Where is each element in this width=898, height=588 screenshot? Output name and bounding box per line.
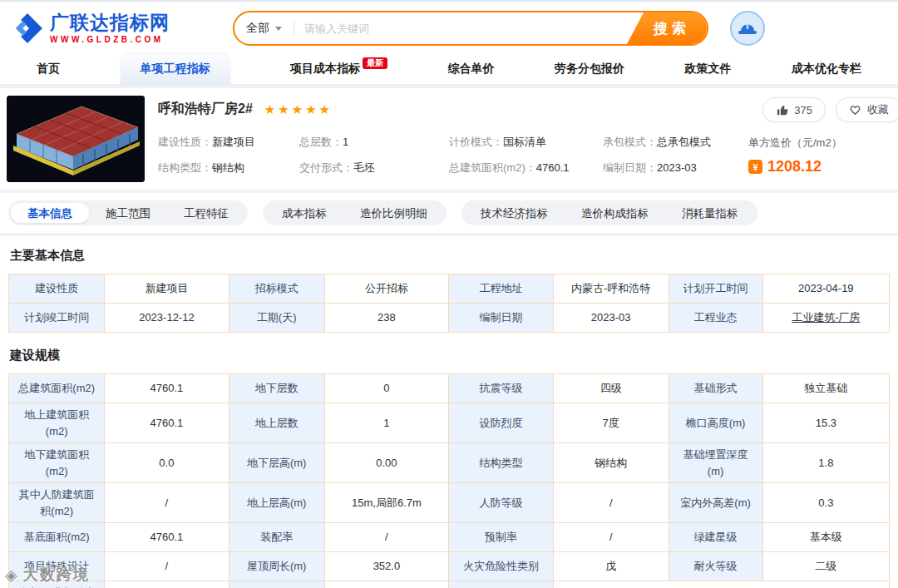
field-value: 4760.1 <box>105 523 229 551</box>
site-logo[interactable]: 广联达指标网 WWW.GLDZB.COM <box>12 12 210 44</box>
field-value: 352.0 <box>325 552 449 581</box>
construction-scale-table: 总建筑面积(m2)4760.1地下层数0抗震等级四级基础形式独立基础地上建筑面积… <box>8 373 890 588</box>
field-label: 总建筑面积(m2) <box>9 374 105 403</box>
field-label: 室内外高差(m) <box>669 483 763 522</box>
info-label: 总层数： <box>299 136 343 148</box>
field-value: 公开招标 <box>325 274 449 303</box>
field-label: 编制日期 <box>449 304 554 332</box>
tab[interactable]: 工程特征 <box>167 203 245 223</box>
tabs-row: 基本信息施工范围工程特征成本指标造价比例明细技术经济指标造价构成指标消耗量指标 <box>0 193 898 233</box>
field-value: / <box>554 523 669 551</box>
nav-item[interactable]: 单项工程指标 <box>121 54 230 84</box>
project-summary-card: 呼和浩特厂房2# ★★★★★ 建设性质：新建项目总层数：1计价模式：国标清单承包… <box>0 88 898 190</box>
field-label: 地上建筑面积(m2) <box>9 403 105 442</box>
field-value: 0.0 <box>105 443 229 482</box>
table-row: 地上建筑面积(m2)4760.1地上层数1设防烈度7度檐口高度(m)15.3 <box>9 403 889 443</box>
field-label: 屋顶周长(m) <box>229 552 325 581</box>
nav-item[interactable]: 劳务分包报价 <box>555 54 624 84</box>
search-bar: 全部 搜索 <box>233 11 708 46</box>
field-value: 独立基础 <box>763 374 889 403</box>
section-title-basic-info: 主要基本信息 <box>10 248 890 264</box>
info-value: 2023-03 <box>657 161 697 174</box>
favorite-button[interactable]: 收藏 <box>836 97 898 122</box>
field-label: 其中人防建筑面积(m2) <box>9 483 105 522</box>
project-info-item: 交付形式：毛坯 <box>299 161 449 175</box>
field-value: 0 <box>325 374 449 403</box>
field-label: 绿建星级 <box>669 523 763 551</box>
nav-item[interactable]: 项目成本指标最新 <box>290 54 387 84</box>
search-input[interactable] <box>294 22 625 35</box>
info-label: 建设性质： <box>158 136 212 148</box>
helmet-icon <box>738 19 757 37</box>
favorite-label: 收藏 <box>867 102 889 117</box>
user-avatar[interactable] <box>730 11 765 46</box>
field-value: 2023-04-19 <box>763 274 889 303</box>
project-info-item: 建设性质：新建项目 <box>158 135 299 150</box>
field-value: 四级 <box>554 374 669 403</box>
field-label: 地上层高(m) <box>229 483 325 522</box>
nav-item[interactable]: 首页 <box>37 54 60 84</box>
currency-icon: ¥ <box>748 160 762 174</box>
field-value: 2023-12-12 <box>105 304 229 332</box>
logo-title: 广联达指标网 <box>50 12 170 33</box>
search-button[interactable]: 搜索 <box>627 12 707 44</box>
field-value: 0.00 <box>325 443 449 482</box>
field-label: 檐口高度(m) <box>669 403 763 442</box>
like-button[interactable]: 375 <box>762 97 826 122</box>
field-value: 4760.1 <box>105 374 229 403</box>
info-value: 毛坯 <box>353 161 375 174</box>
tab[interactable]: 技术经济指标 <box>464 203 565 223</box>
thumbs-up-icon <box>776 104 788 116</box>
tab[interactable]: 基本信息 <box>11 203 89 223</box>
field-label: 地下层数 <box>229 374 325 403</box>
tab[interactable]: 造价比例明细 <box>343 203 444 223</box>
field-label: 项目特殊设计 <box>9 552 105 581</box>
detail-content: 主要基本信息 建设性质新建项目招标模式公开招标工程地址内蒙古-呼和浩特计划开工时… <box>0 236 898 588</box>
chevron-down-icon <box>275 27 282 31</box>
table-row: 建设性质新建项目招标模式公开招标工程地址内蒙古-呼和浩特计划开工时间2023-0… <box>9 274 889 304</box>
nav-item-label: 劳务分包报价 <box>555 62 624 77</box>
field-label: 耐火等级 <box>669 552 763 581</box>
unit-price-label: 单方造价（元/m2） <box>748 136 898 151</box>
table-row: 项目特殊设计/屋顶周长(m)352.0火灾危险性类别戊耐火等级二级 <box>9 552 889 581</box>
tab[interactable]: 消耗量指标 <box>665 203 755 223</box>
project-side-panel: 375 收藏 单方造价（元/m2） ¥ 1208.12 <box>748 96 898 182</box>
tab[interactable]: 施工范围 <box>89 203 167 223</box>
project-thumbnail[interactable] <box>7 96 145 182</box>
field-label: 工程业态 <box>669 304 763 332</box>
star-rating: ★★★★★ <box>264 102 333 117</box>
info-label: 结构类型： <box>158 161 212 174</box>
field-value: 0.3 <box>763 483 889 522</box>
tab-group: 技术经济指标造价构成指标消耗量指标 <box>461 200 757 225</box>
nav-item[interactable]: 成本优化专栏 <box>792 54 861 84</box>
field-label: 计划开工时间 <box>669 274 763 303</box>
field-label: 基础形式 <box>669 374 763 403</box>
nav-item-label: 综合单价 <box>448 62 495 77</box>
field-value: 新建项目 <box>105 274 229 303</box>
search-category-value: 全部 <box>246 21 269 36</box>
info-label: 交付形式： <box>299 161 353 174</box>
tab[interactable]: 造价构成指标 <box>565 203 665 223</box>
tab[interactable]: 成本指标 <box>265 203 343 223</box>
project-main-info: 呼和浩特厂房2# ★★★★★ 建设性质：新建项目总层数：1计价模式：国标清单承包… <box>158 96 748 182</box>
nav-item[interactable]: 政策文件 <box>685 54 732 84</box>
field-value[interactable]: 工业建筑-厂房 <box>763 304 889 332</box>
logo-subtitle: WWW.GLDZB.COM <box>50 35 170 44</box>
project-title: 呼和浩特厂房2# <box>158 101 253 118</box>
field-label: 地下层高(m) <box>229 443 325 482</box>
project-info-item: 总层数：1 <box>299 135 449 150</box>
info-value: 总承包模式 <box>657 136 711 148</box>
table-row: 停车位/非机动车位/长度(m)144.0跨度(m)32.0 <box>9 581 889 588</box>
field-value: 7度 <box>554 403 669 442</box>
field-label: 停车位/非机动车位 <box>9 581 105 588</box>
search-category-select[interactable]: 全部 <box>234 21 294 36</box>
table-row: 计划竣工时间2023-12-12工期(天)238编制日期2023-03工程业态工… <box>9 304 889 332</box>
field-value: 1.8 <box>763 443 889 482</box>
nav-item[interactable]: 综合单价 <box>448 54 495 84</box>
table-row: 地下建筑面积(m2)0.0地下层高(m)0.00结构类型钢结构基础埋置深度(m)… <box>9 443 889 483</box>
field-label: 基底面积(m2) <box>9 523 105 551</box>
field-value: 238 <box>325 304 449 332</box>
field-label: 抗震等级 <box>449 374 554 403</box>
info-value: 国标清单 <box>503 136 546 148</box>
top-header: 广联达指标网 WWW.GLDZB.COM 全部 搜索 <box>0 0 898 55</box>
